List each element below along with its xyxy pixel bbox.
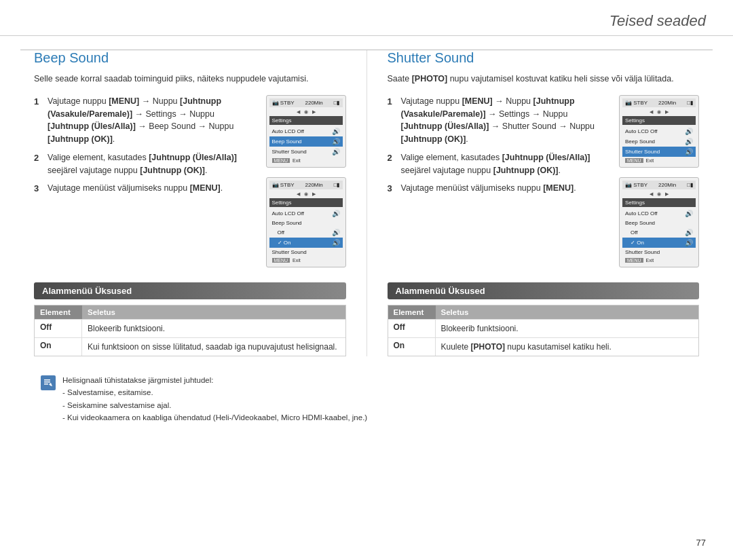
note-item-1: Salvestamise, esitamise. (62, 386, 692, 398)
shutter-sound-intro: Saate [PHOTO] nupu vajutamisel kostuvat … (388, 73, 700, 86)
beep-row-on: On Kui funktsioon on sisse lülitatud, sa… (35, 337, 345, 356)
beep-sound-intro: Selle seade korral saadab toiminguid pii… (34, 73, 346, 86)
note-icon (41, 375, 56, 390)
beep-col-element: Element (35, 305, 82, 319)
note-item-2: Seiskamine salvestamise ajal. (62, 399, 692, 411)
beep-screens: 📷 STBY 220Min □▮ ◀◉▶ Settings Auto LCD O… (266, 95, 346, 273)
shutter-step-1: 1 Vajutage nuppu [MENU] → Nuppu [Juhtnup… (388, 95, 612, 146)
beep-sound-section: Beep Sound Selle seade korral saadab toi… (20, 50, 367, 356)
beep-col-seletus: Seletus (82, 305, 345, 319)
beep-submenu-title: Alammenüü Üksused (34, 282, 346, 299)
page-header: Teised seaded (0, 0, 733, 36)
page-number: 77 (696, 538, 706, 548)
note-content: Helisignaali tühistatakse järgmistel juh… (62, 374, 692, 424)
shutter-step-3: 3 Vajutage menüüst väljumiseks nuppu [ME… (388, 182, 612, 195)
beep-sound-title: Beep Sound (34, 50, 346, 66)
beep-row-off: Off Blokeerib funktsiooni. (35, 319, 345, 337)
shutter-sound-section: Shutter Sound Saate [PHOTO] nupu vajutam… (367, 50, 713, 356)
shutter-steps-text: 1 Vajutage nuppu [MENU] → Nuppu [Juhtnup… (388, 95, 612, 273)
beep-step-1: 1 Vajutage nuppu [MENU] → Nuppu [Juhtnup… (34, 95, 258, 146)
shutter-table: Element Seletus Off Blokeerib funktsioon… (388, 305, 700, 356)
beep-table-header: Element Seletus (35, 305, 345, 319)
shutter-col-seletus: Seletus (436, 305, 699, 319)
svg-rect-0 (44, 379, 50, 381)
note-list: Salvestamise, esitamise. Seiskamine salv… (62, 386, 692, 424)
header-title: Teised seaded (609, 12, 706, 29)
note-box: Helisignaali tühistatakse järgmistel juh… (34, 369, 699, 430)
shutter-step-2: 2 Valige element, kasutades [Juhtnupp (Ü… (388, 151, 612, 177)
shutter-submenu-title: Alammenüü Üksused (388, 282, 700, 299)
main-content: Beep Sound Selle seade korral saadab toi… (0, 50, 733, 356)
svg-rect-1 (44, 381, 50, 383)
shutter-screen-1: 📷 STBY 220Min □▮ ◀◉▶ Settings Auto LCD O… (619, 95, 699, 168)
beep-screen-2: 📷 STBY 220Min □▮ ◀◉▶ Settings Auto LCD O… (266, 177, 346, 267)
shutter-screen-2: 📷 STBY 220Min □▮ ◀◉▶ Settings Auto LCD O… (619, 177, 699, 267)
shutter-col-element: Element (388, 305, 436, 319)
shutter-screens: 📷 STBY 220Min □▮ ◀◉▶ Settings Auto LCD O… (619, 95, 699, 273)
note-text-intro: Helisignaali tühistatakse järgmistel juh… (62, 376, 213, 384)
beep-step-2: 2 Valige element, kasutades [Juhtnupp (Ü… (34, 151, 258, 177)
beep-step-3: 3 Vajutage menüüst väljumiseks nuppu [ME… (34, 182, 258, 195)
shutter-row-on: On Kuulete [PHOTO] nupu kasutamisel kati… (388, 337, 699, 356)
shutter-sound-title: Shutter Sound (388, 50, 700, 66)
beep-screen-1: 📷 STBY 220Min □▮ ◀◉▶ Settings Auto LCD O… (266, 95, 346, 168)
shutter-row-off: Off Blokeerib funktsiooni. (388, 319, 699, 337)
beep-steps-text: 1 Vajutage nuppu [MENU] → Nuppu [Juhtnup… (34, 95, 258, 273)
shutter-table-header: Element Seletus (388, 305, 699, 319)
beep-table: Element Seletus Off Blokeerib funktsioon… (34, 305, 346, 356)
note-item-3: Kui videokaamera on kaabliga ühendatud (… (62, 411, 692, 424)
svg-rect-2 (44, 384, 48, 385)
